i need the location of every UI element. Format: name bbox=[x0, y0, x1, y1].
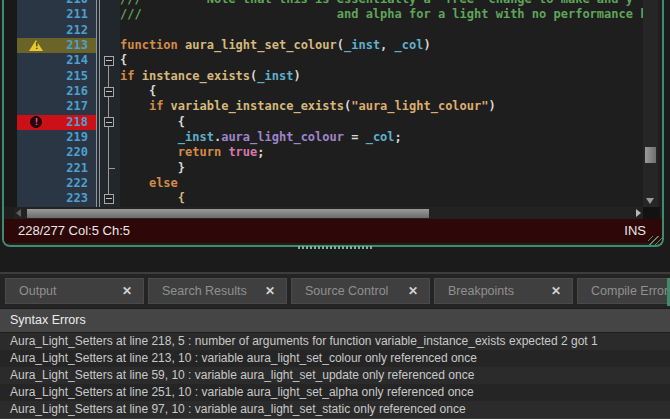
code-token bbox=[120, 176, 149, 190]
code-line-221: } bbox=[120, 161, 647, 176]
gutter-row-line-223[interactable]: 223 bbox=[17, 191, 96, 206]
code-token: if bbox=[149, 99, 163, 113]
code-token: _inst bbox=[178, 130, 214, 144]
gutter-row-line-215[interactable]: 215 bbox=[17, 69, 96, 84]
code-token: ) bbox=[423, 38, 430, 52]
code-token: if bbox=[120, 69, 134, 83]
line-number: 215 bbox=[66, 69, 88, 83]
gutter-row-line-211[interactable]: 211 bbox=[17, 7, 96, 22]
window-drag-grip[interactable] bbox=[298, 246, 374, 249]
scroll-right-arrow-icon[interactable] bbox=[636, 209, 641, 217]
insert-mode-indicator: INS bbox=[624, 219, 646, 243]
code-line-218: { bbox=[120, 115, 647, 130]
caret-position-indicator: 228/277 Col:5 Ch:5 bbox=[18, 219, 130, 243]
scroll-left-arrow-icon[interactable] bbox=[16, 209, 21, 217]
line-number: 213 bbox=[66, 38, 88, 52]
tab-breakpoints[interactable]: Breakpoints✕ bbox=[434, 278, 573, 304]
horizontal-scrollbar[interactable] bbox=[14, 207, 643, 219]
code-text-area[interactable]: /// Note that this is essentially a "fre… bbox=[120, 0, 647, 207]
tab-search-results[interactable]: Search Results✕ bbox=[148, 278, 287, 304]
tab-close-icon[interactable]: ✕ bbox=[551, 279, 561, 303]
tab-close-icon[interactable]: ✕ bbox=[122, 279, 132, 303]
fold-end-tick bbox=[108, 168, 115, 169]
fold-minus-glyph bbox=[106, 122, 112, 123]
fold-collapse-icon-line-216[interactable] bbox=[104, 87, 114, 97]
code-line-212 bbox=[120, 23, 647, 38]
code-token: ; bbox=[257, 145, 264, 159]
code-token: function bbox=[120, 38, 178, 52]
line-number: 218 bbox=[66, 115, 88, 129]
syntax-error-row-2[interactable]: Aura_Light_Setters at line 213, 10 : var… bbox=[0, 350, 670, 367]
syntax-error-row-1[interactable]: Aura_Light_Setters at line 218, 5 : numb… bbox=[0, 333, 670, 350]
gutter-row-line-210[interactable]: 210 bbox=[17, 0, 96, 7]
code-token bbox=[134, 69, 141, 83]
code-line-223: { bbox=[120, 191, 647, 206]
code-editor-window: 210211212!213214215216217!21821922022122… bbox=[2, 0, 664, 247]
syntax-error-row-5[interactable]: Aura_Light_Setters at line 97, 10 : vari… bbox=[0, 401, 670, 418]
gutter-row-line-213[interactable]: !213 bbox=[17, 38, 96, 53]
gutter-row-line-216[interactable]: 216 bbox=[17, 84, 96, 99]
code-token: true bbox=[228, 145, 257, 159]
code-fold-margin bbox=[100, 0, 120, 207]
code-line-222: else bbox=[120, 176, 647, 191]
code-token: /// Note that this is essentially a "fre… bbox=[120, 0, 633, 6]
vertical-scrollbar[interactable] bbox=[643, 0, 658, 207]
output-panel: Output✕Search Results✕Source Control✕Bre… bbox=[0, 272, 670, 419]
warning-exclamation: ! bbox=[34, 41, 39, 51]
tab-label: Output bbox=[19, 279, 57, 303]
syntax-error-row-3[interactable]: Aura_Light_Setters at line 59, 10 : vari… bbox=[0, 367, 670, 384]
code-token: _col bbox=[395, 38, 424, 52]
line-number: 217 bbox=[66, 99, 88, 113]
code-line-217: if variable_instance_exists("aura_light_… bbox=[120, 99, 647, 114]
fold-collapse-icon-line-218[interactable] bbox=[104, 117, 114, 127]
code-line-216: { bbox=[120, 84, 647, 99]
line-number: 223 bbox=[66, 191, 88, 205]
horizontal-scrollbar-thumb[interactable] bbox=[27, 209, 429, 218]
code-line-215: if instance_exists(_inst) bbox=[120, 69, 647, 84]
code-token: = bbox=[344, 130, 366, 144]
gutter-row-line-222[interactable]: 222 bbox=[17, 176, 96, 191]
code-token: variable_instance_exists bbox=[171, 99, 344, 113]
code-token bbox=[120, 130, 178, 144]
tab-compile-errors[interactable]: Compile Errors✕ bbox=[577, 278, 670, 304]
tab-output[interactable]: Output✕ bbox=[5, 278, 144, 304]
tab-close-icon[interactable]: ✕ bbox=[408, 279, 418, 303]
code-token: { bbox=[120, 191, 185, 205]
gutter-row-line-219[interactable]: 219 bbox=[17, 130, 96, 145]
scroll-down-arrow-icon[interactable] bbox=[646, 198, 654, 204]
syntax-error-row-4[interactable]: Aura_Light_Setters at line 251, 10 : var… bbox=[0, 384, 670, 401]
code-token: ( bbox=[337, 38, 344, 52]
code-token bbox=[120, 145, 178, 159]
vertical-scrollbar-thumb[interactable] bbox=[645, 147, 656, 163]
line-number: 221 bbox=[66, 161, 88, 175]
window-resize-handle[interactable] bbox=[648, 236, 662, 245]
gutter-row-line-220[interactable]: 220 bbox=[17, 145, 96, 160]
gutter-row-line-218[interactable]: !218 bbox=[17, 115, 96, 130]
code-token: _inst bbox=[344, 38, 380, 52]
tab-label: Breakpoints bbox=[448, 279, 514, 303]
gutter-row-line-214[interactable]: 214 bbox=[17, 53, 96, 68]
line-number-gutter[interactable]: 210211212!213214215216217!21821922022122… bbox=[17, 0, 96, 207]
fold-minus-glyph bbox=[106, 91, 112, 92]
line-number: 212 bbox=[66, 23, 88, 37]
line-number: 220 bbox=[66, 145, 88, 159]
gutter-row-line-221[interactable]: 221 bbox=[17, 161, 96, 176]
fold-collapse-icon-line-214[interactable] bbox=[104, 56, 114, 66]
code-token: ) bbox=[489, 99, 496, 113]
code-token bbox=[120, 99, 149, 113]
warning-icon: ! bbox=[29, 40, 43, 51]
code-token: aura_light_colour bbox=[221, 130, 344, 144]
fold-collapse-icon-line-223[interactable] bbox=[104, 194, 114, 204]
error-exclamation: ! bbox=[31, 117, 41, 128]
gutter-row-line-212[interactable]: 212 bbox=[17, 23, 96, 38]
line-number: 219 bbox=[66, 130, 88, 144]
code-token bbox=[163, 99, 170, 113]
gutter-row-line-217[interactable]: 217 bbox=[17, 99, 96, 114]
code-line-213: function aura_light_set_colour(_inst, _c… bbox=[120, 38, 647, 53]
line-number: 222 bbox=[66, 176, 88, 190]
fold-minus-glyph bbox=[106, 60, 112, 61]
code-token: , bbox=[380, 38, 394, 52]
tab-source-control[interactable]: Source Control✕ bbox=[291, 278, 430, 304]
tab-close-icon[interactable]: ✕ bbox=[265, 279, 275, 303]
code-token: _col bbox=[366, 130, 395, 144]
